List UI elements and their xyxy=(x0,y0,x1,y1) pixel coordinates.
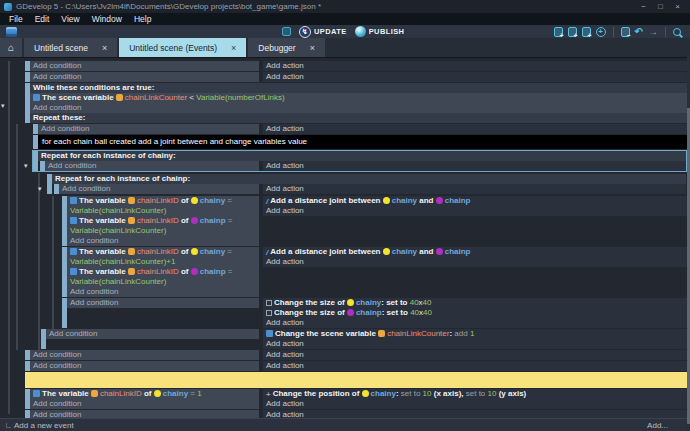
instruction-text: = xyxy=(225,196,232,205)
instruction-text: chainy xyxy=(200,196,225,205)
repeat-header[interactable]: Repeat for each instance of chainp: xyxy=(52,174,686,184)
search-icon[interactable] xyxy=(673,28,681,36)
maximize-button[interactable]: □ xyxy=(652,0,669,13)
tab-debugger[interactable]: Debugger× xyxy=(248,38,325,57)
action-row[interactable]: /Add a distance joint between chainy and… xyxy=(263,196,687,206)
condition-row[interactable]: The scene variable chainLinkCounter < Va… xyxy=(30,93,687,103)
repeat-for-each-block[interactable]: Repeat for each instance of chainy:Add c… xyxy=(32,150,687,172)
add-subevent-icon[interactable]: + xyxy=(568,27,577,37)
condition-row[interactable]: Variable(chainLinkCounter) xyxy=(67,277,259,287)
redo-icon[interactable]: → xyxy=(648,27,658,37)
add-action-button[interactable]: Add action xyxy=(263,61,687,71)
comment-block[interactable]: for each chain ball created add a joint … xyxy=(33,135,687,149)
variable-icon xyxy=(128,268,135,275)
add-condition-button[interactable]: Add condition xyxy=(46,329,259,339)
condition-row[interactable]: Variable(chainLinkCounter) xyxy=(67,226,259,236)
instruction-text: chainy xyxy=(392,247,417,256)
instruction-text: and xyxy=(417,196,436,205)
add-action-button[interactable]: Add action xyxy=(263,350,687,360)
nesting-rail xyxy=(8,61,10,414)
add-condition-button[interactable]: Add condition xyxy=(30,361,259,371)
menu-window[interactable]: Window xyxy=(86,13,128,25)
comment-text[interactable]: for each chain ball created add a joint … xyxy=(38,135,687,149)
add-event-icon[interactable]: + xyxy=(554,27,563,37)
conditions-column: Add condition xyxy=(30,361,259,371)
project-manager-icon[interactable] xyxy=(6,27,17,37)
child-event: Add conditionAdd action xyxy=(40,161,686,171)
action-row[interactable]: /Add a distance joint between chainy and… xyxy=(263,247,687,257)
add-condition-button[interactable]: Add condition xyxy=(30,72,259,82)
instruction-text: The variable xyxy=(79,267,128,276)
tab-untitled-scene[interactable]: Untitled scene× xyxy=(24,38,117,57)
object-purple-icon xyxy=(191,217,198,224)
menu-file[interactable]: File xyxy=(3,13,29,25)
action-row[interactable]: Change the size of chainy: set to 40x40 xyxy=(263,298,687,308)
event-header[interactable]: Repeat these: xyxy=(30,113,687,123)
menu-edit[interactable]: Edit xyxy=(29,13,56,25)
repeat-for-each-block[interactable]: Repeat for each instance of chainp:Add c… xyxy=(46,173,687,195)
action-row[interactable]: Change the size of chainp: set to 40x40 xyxy=(263,308,687,318)
action-row[interactable]: +Change the position of chainy: set to 1… xyxy=(263,389,687,399)
add-action-button[interactable]: Add action xyxy=(263,161,686,171)
condition-row[interactable]: The variable chainLinkID of chainy = 1 xyxy=(30,389,259,399)
close-icon[interactable]: × xyxy=(102,43,107,53)
add-condition-button[interactable]: Add condition xyxy=(30,399,259,409)
toolbar: ↯ UPDATE PUBLISH ++++−↶→ xyxy=(0,25,690,38)
event-header[interactable]: While these conditions are true: xyxy=(30,83,687,93)
update-button[interactable]: ↯ UPDATE xyxy=(299,26,347,38)
tab-home[interactable]: ⌂ xyxy=(0,38,22,57)
repeat-header[interactable]: Repeat for each instance of chainy: xyxy=(38,151,686,161)
object-purple-icon xyxy=(436,197,443,204)
collapse-caret-icon[interactable]: ▾ xyxy=(24,162,28,169)
add-action-button[interactable]: Add action xyxy=(263,318,687,328)
condition-row[interactable]: Variable(chainLinkCounter) xyxy=(67,206,259,216)
add-action-button[interactable]: Add action xyxy=(263,72,687,82)
condition-row[interactable]: The variable chainLinkID of chainy = xyxy=(67,196,259,206)
add-action-button[interactable]: Add action xyxy=(263,361,687,371)
close-button[interactable]: × xyxy=(669,0,686,13)
condition-row[interactable]: The variable chainLinkID of chainy = xyxy=(67,247,259,257)
condition-row[interactable]: The variable chainLinkID of chainp = xyxy=(67,267,259,277)
add-action-button[interactable]: Add action xyxy=(263,257,687,267)
add-action-button[interactable]: Add action xyxy=(263,124,687,134)
undo-icon[interactable]: ↶ xyxy=(635,27,643,37)
add-new-event-button[interactable]: Add a new event xyxy=(6,421,74,430)
tab-untitled-scene-events[interactable]: Untitled scene (Events)× xyxy=(119,38,246,57)
add-condition-button[interactable]: Add condition xyxy=(59,184,259,194)
minimize-button[interactable]: − xyxy=(635,0,652,13)
instruction-text: Change the size of xyxy=(274,298,347,307)
add-comment-icon[interactable]: + xyxy=(582,27,591,37)
selected-event-row[interactable] xyxy=(25,372,687,388)
add-action-button[interactable]: Add action xyxy=(263,206,687,216)
add-action-button[interactable]: Add action xyxy=(263,184,686,194)
condition-row[interactable]: Variable(chainLinkCounter)+1 xyxy=(67,257,259,267)
add-condition-button[interactable]: Add condition xyxy=(67,287,259,297)
add-action-button[interactable]: Add action xyxy=(263,399,687,409)
add-condition-button[interactable]: Add condition xyxy=(30,61,259,71)
publish-button[interactable]: PUBLISH xyxy=(355,26,405,37)
instruction-text: Repeat these: xyxy=(33,113,85,122)
condition-row[interactable]: The variable chainLinkID of chainp = xyxy=(67,216,259,226)
add-condition-button[interactable]: Add condition xyxy=(30,103,687,113)
add-condition-button[interactable]: Add condition xyxy=(45,161,259,171)
add-more-button[interactable]: Add... xyxy=(647,421,668,430)
debugger-icon[interactable] xyxy=(282,27,291,36)
event-block: Add conditionChange the size of chainy: … xyxy=(62,298,687,328)
collapse-caret-icon[interactable]: ▾ xyxy=(1,102,5,109)
add-action-button[interactable]: Add action xyxy=(263,410,687,418)
menu-help[interactable]: Help xyxy=(128,13,157,25)
add-condition-button[interactable]: Add condition xyxy=(67,298,259,308)
add-condition-button[interactable]: Add condition xyxy=(30,410,259,418)
add-condition-button[interactable]: Add condition xyxy=(67,236,259,246)
collapse-caret-icon[interactable]: ▾ xyxy=(38,185,42,192)
while-event-block: While these conditions are true:The scen… xyxy=(25,83,687,123)
close-icon[interactable]: × xyxy=(310,43,315,53)
delete-event-icon[interactable]: − xyxy=(621,27,630,37)
add-circle-icon[interactable]: + xyxy=(596,27,606,37)
add-action-button[interactable]: Add action xyxy=(263,339,687,349)
action-row[interactable]: Change the scene variable chainLinkCount… xyxy=(263,329,687,339)
add-condition-button[interactable]: Add condition xyxy=(30,350,259,360)
close-icon[interactable]: × xyxy=(231,43,236,53)
menu-view[interactable]: View xyxy=(55,13,85,25)
add-condition-button[interactable]: Add condition xyxy=(38,124,259,134)
